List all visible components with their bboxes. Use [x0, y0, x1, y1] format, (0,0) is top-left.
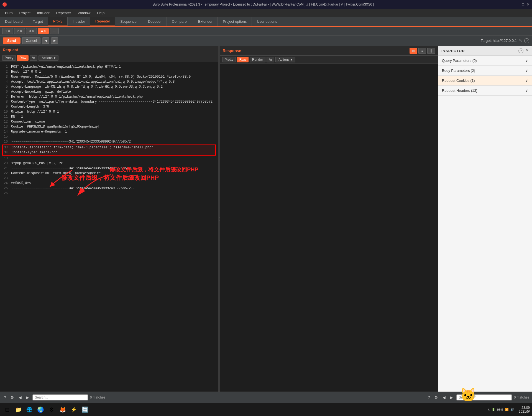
inspector-close-icon[interactable]: ✕	[526, 48, 529, 53]
menu-bar: Burp Project Intruder Repeater Window He…	[0, 9, 532, 17]
inspector-cookies-label: Request Cookies (1)	[442, 78, 475, 83]
nav-fwd-button[interactable]: ▶	[51, 37, 58, 44]
repeater-tab-2[interactable]: 2 ×	[14, 28, 25, 34]
repeater-tab-3[interactable]: 3 ×	[26, 28, 37, 34]
taskbar-settings[interactable]: ⚙	[47, 405, 57, 415]
inspector-section-body-header[interactable]: Body Parameters (2) ∨	[438, 66, 532, 75]
request-pretty-btn[interactable]: Pretty	[2, 55, 16, 61]
menu-intruder[interactable]: Intruder	[34, 10, 52, 16]
view-grid-btn[interactable]: ⊞	[410, 48, 417, 54]
view-hsplit-btn[interactable]: ≡	[418, 48, 426, 54]
request-newline-btn[interactable]: \n	[30, 55, 37, 61]
taskbar-app1[interactable]: 🦊	[58, 405, 68, 415]
tray-up-arrow[interactable]: ∧	[488, 408, 490, 411]
response-render-btn[interactable]: Render	[250, 57, 265, 62]
bottom-back-btn-left[interactable]: ◀	[17, 395, 23, 400]
clock-date: 2021/5/	[519, 410, 530, 414]
taskbar-edge[interactable]: 🌏	[35, 405, 45, 415]
response-pretty-btn[interactable]: Pretty	[222, 57, 236, 62]
view-vsplit-btn[interactable]: ∥	[427, 48, 435, 54]
tab-sequencer[interactable]: Sequencer	[115, 17, 143, 26]
response-raw-btn[interactable]: Raw	[237, 57, 249, 62]
code-line-4: 4Accept: text/html,application/xhtml+xml…	[2, 79, 216, 84]
actions-chevron-icon: ▾	[54, 56, 55, 60]
menu-burp[interactable]: Burp	[2, 10, 15, 16]
request-response-area: Request Pretty Raw \n Actions ▾ 1POST /p…	[0, 46, 438, 392]
menu-help[interactable]: Help	[94, 10, 107, 16]
code-line-12: 12Connection: close	[2, 119, 216, 124]
taskbar-app2[interactable]: ⚡	[69, 405, 79, 415]
request-actions-btn[interactable]: Actions ▾	[39, 55, 58, 61]
repeater-tab-bar: 1 × 2 × 3 × 4 × ...	[0, 27, 532, 35]
tab-user-options[interactable]: User options	[252, 17, 282, 26]
nav-back-button[interactable]: ◀	[42, 37, 49, 44]
inspector-section-cookies-header[interactable]: Request Cookies (1) ∨	[438, 76, 532, 85]
inspector-panel: INSPECTOR ? ✕ Query Parameters (0) ∨ Bod…	[438, 46, 532, 392]
response-newline-btn[interactable]: \n	[267, 57, 274, 62]
tray-speaker-icon: 🔊	[510, 408, 514, 411]
menu-window[interactable]: Window	[75, 10, 93, 16]
minimize-button[interactable]: –	[518, 2, 520, 7]
request-panel-header: Request	[0, 46, 218, 54]
clock[interactable]: 23:09 2021/5/	[519, 406, 530, 414]
inspector-body-label: Body Parameters (2)	[442, 69, 475, 73]
response-content[interactable]	[220, 64, 438, 392]
bottom-settings-btn-left[interactable]: ⚙	[9, 395, 15, 400]
tab-repeater[interactable]: Repeater	[90, 17, 115, 26]
code-line-25: 25-----------------------------341723034…	[2, 186, 216, 191]
taskbar-start[interactable]: ⊟	[2, 405, 12, 415]
tab-project-options[interactable]: Project options	[218, 17, 252, 26]
cancel-button[interactable]: Cancel	[22, 37, 40, 44]
menu-repeater[interactable]: Repeater	[53, 10, 74, 16]
response-toolbar: Pretty Raw Render \n Actions ▾	[220, 56, 438, 64]
inspector-header: INSPECTOR ? ✕	[438, 46, 532, 56]
tab-comparer[interactable]: Comparer	[167, 17, 193, 26]
maximize-button[interactable]: □	[522, 2, 524, 7]
repeater-tab-1[interactable]: 1 ×	[2, 28, 13, 34]
bottom-fwd-btn-left[interactable]: ▶	[25, 395, 30, 400]
tab-dashboard[interactable]: Dashboard	[0, 17, 28, 26]
code-line-15: 15	[2, 134, 216, 139]
main-content: Request Pretty Raw \n Actions ▾ 1POST /p…	[0, 46, 532, 392]
window-controls[interactable]: – □ ✕	[518, 2, 530, 7]
help-icon[interactable]: ?	[524, 38, 529, 43]
code-line-23: 23	[2, 176, 216, 181]
tray-battery-icon: 🔋	[492, 408, 495, 411]
bottom-fwd-btn-right[interactable]: ▶	[449, 395, 454, 400]
bottom-back-btn-right[interactable]: ◀	[441, 395, 447, 400]
inspector-section-body: Body Parameters (2) ∨	[438, 66, 532, 76]
send-button[interactable]: Send	[3, 37, 21, 44]
request-content[interactable]: 1POST /pikachu/vul/unsafeupload/clientch…	[0, 62, 218, 392]
edit-target-icon[interactable]: ✎	[519, 39, 522, 43]
title-bar: 🔴 Burp Suite Professional v2021.3 - Temp…	[0, 0, 532, 9]
taskbar-globe[interactable]: 🌐	[24, 405, 34, 415]
menu-project[interactable]: Project	[16, 10, 33, 16]
request-raw-btn[interactable]: Raw	[17, 55, 29, 61]
inspector-help-icon[interactable]: ?	[518, 48, 523, 53]
tab-extender[interactable]: Extender	[193, 17, 218, 26]
search-input-left[interactable]	[32, 394, 88, 400]
taskbar-files[interactable]: 📁	[13, 405, 23, 415]
response-actions-btn[interactable]: Actions ▾	[275, 57, 295, 62]
search-input-right[interactable]	[456, 394, 512, 400]
request-title: Request	[3, 48, 18, 52]
inspector-section-headers-header[interactable]: Request Headers (13) ∨	[438, 86, 532, 95]
tab-intruder[interactable]: Intruder	[68, 17, 90, 26]
repeater-tab-4[interactable]: 4 ×	[38, 28, 49, 34]
window-title: Burp Suite Professional v2021.3 - Tempor…	[9, 2, 518, 6]
inspector-section-query-header[interactable]: Query Parameters (0) ∨	[438, 56, 532, 65]
response-view-controls: ⊞ ≡ ∥	[410, 48, 435, 54]
bottom-help-btn-left[interactable]: ?	[3, 395, 7, 400]
bottom-help-btn-right[interactable]: ?	[427, 395, 431, 400]
tab-target[interactable]: Target	[28, 17, 48, 26]
tab-decoder[interactable]: Decoder	[143, 17, 167, 26]
close-button[interactable]: ✕	[526, 2, 530, 7]
request-toolbar: Pretty Raw \n Actions ▾	[0, 54, 218, 62]
code-line-7: 7Referer: http://127.0.0.1/pikachu/vul/u…	[2, 94, 216, 99]
clock-time: 23:09	[519, 406, 530, 410]
code-line-6: 6Accept-Encoding: gzip, deflate	[2, 89, 216, 94]
bottom-settings-btn-right[interactable]: ⚙	[433, 395, 439, 400]
tab-proxy[interactable]: Proxy	[48, 17, 68, 26]
taskbar-app3[interactable]: 🔄	[80, 405, 90, 415]
repeater-tab-more[interactable]: ...	[50, 28, 59, 34]
